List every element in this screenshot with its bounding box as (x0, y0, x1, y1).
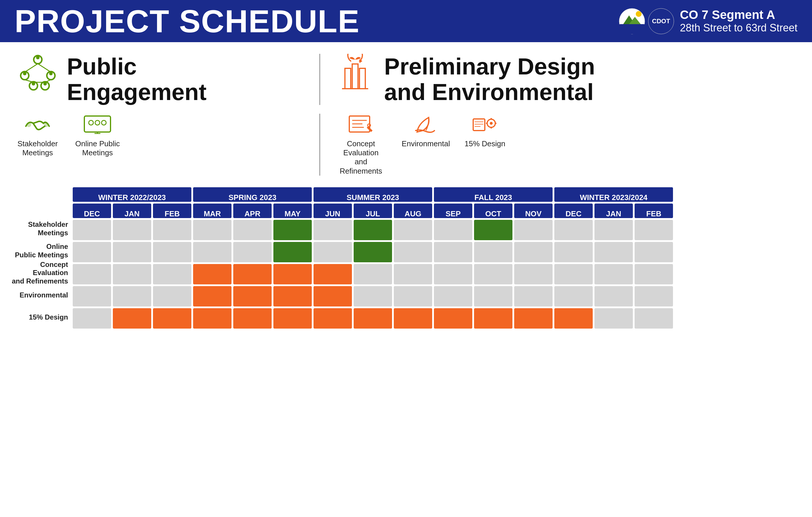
month-header: JAN (594, 204, 633, 218)
schedule-cell (233, 220, 272, 240)
schedule-cell (594, 242, 633, 262)
stakeholder-meetings-label: StakeholderMeetings (18, 139, 58, 157)
public-engagement-section: Public Engagement (18, 54, 320, 105)
building-design-icon (335, 54, 375, 92)
schedule-cell (554, 220, 593, 240)
blueprint-icon (346, 114, 375, 137)
svg-point-12 (49, 72, 53, 75)
month-header: MAR (193, 204, 232, 218)
schedule-cell (354, 242, 392, 262)
right-icons: Concept Evaluationand Refinements Enviro… (320, 114, 794, 176)
schedule-cell (514, 286, 553, 307)
table-row (73, 308, 803, 328)
schedule-cell (113, 286, 151, 307)
schedule-cell (594, 220, 633, 240)
icons-row: StakeholderMeetings Online PublicMeeting… (0, 111, 812, 184)
svg-point-27 (26, 122, 31, 127)
svg-rect-1 (619, 24, 645, 34)
month-header: NOV (514, 204, 553, 218)
season-header: SUMMER 2023 (314, 187, 432, 202)
svg-point-4 (636, 11, 642, 17)
header-right: CDOT CO 7 Segment A 28th Street to 63rd … (619, 8, 798, 34)
row-label: OnlinePublic Meetings (9, 241, 73, 261)
schedule-cell (273, 308, 312, 328)
schedule-cell (434, 242, 472, 262)
svg-rect-40 (473, 119, 485, 131)
environmental-label: Environmental (402, 139, 450, 148)
schedule-cell (594, 286, 633, 307)
row-label: 15% Design (9, 307, 73, 327)
svg-point-32 (102, 120, 106, 125)
schedule-cell (554, 308, 593, 328)
concept-eval-label: Concept Evaluationand Refinements (335, 139, 387, 176)
leaf-hand-icon (411, 114, 440, 137)
svg-point-28 (44, 122, 49, 127)
schedule-cell (153, 242, 192, 262)
season-header: FALL 2023 (434, 187, 553, 202)
gears-design-icon (470, 114, 499, 137)
month-header: FEB (153, 204, 192, 218)
co-logo-icon (619, 8, 645, 34)
schedule-cell (314, 308, 352, 328)
schedule-cell (394, 220, 432, 240)
schedule-cell (474, 220, 513, 240)
schedule-cell (73, 308, 111, 328)
project-info: CO 7 Segment A 28th Street to 63rd Stree… (680, 8, 798, 34)
schedule-cell (635, 264, 673, 284)
schedule-cell (554, 286, 593, 307)
schedule-cell (474, 264, 513, 284)
schedule-cell (193, 242, 232, 262)
schedule-cell (434, 220, 472, 240)
row-label: Environmental (9, 285, 73, 305)
schedule-cell (273, 242, 312, 262)
schedule-cell (354, 264, 392, 284)
table-row (73, 264, 803, 284)
left-icons: StakeholderMeetings Online PublicMeeting… (18, 114, 320, 176)
schedule-cell (554, 264, 593, 284)
schedule-cell (314, 242, 352, 262)
schedule-cell (474, 308, 513, 328)
schedule-cell (514, 242, 553, 262)
handshake-icon (23, 114, 52, 137)
month-header: AUG (394, 204, 432, 218)
svg-line-17 (25, 64, 38, 72)
month-header: JUL (354, 204, 392, 218)
sections-row: Public Engagement Preliminary Design (0, 42, 812, 111)
schedule-cell (193, 264, 232, 284)
schedule-cell (594, 308, 633, 328)
row-label: StakeholderMeetings (9, 219, 73, 239)
schedule-cell (554, 242, 593, 262)
month-header: OCT (474, 204, 513, 218)
table-row (73, 220, 803, 240)
stakeholder-meetings-icon-item: StakeholderMeetings (18, 114, 58, 157)
schedule-cell (514, 308, 553, 328)
svg-point-10 (23, 72, 26, 75)
header: PROJECT SCHEDULE CDOT CO 7 Segment A 28 (0, 0, 812, 42)
public-engagement-title: Public Engagement (67, 54, 206, 105)
season-headers-row: WINTER 2022/2023SPRING 2023SUMMER 2023FA… (73, 187, 803, 202)
row-labels: StakeholderMeetingsOnlinePublic Meetings… (9, 187, 73, 328)
svg-rect-24 (359, 68, 365, 89)
schedule-cell (635, 286, 673, 307)
schedule-cell (273, 220, 312, 240)
season-header: WINTER 2023/2024 (554, 187, 673, 202)
svg-point-8 (36, 56, 39, 59)
schedule-cell (474, 242, 513, 262)
schedule-cell (233, 286, 272, 307)
schedule-cell (113, 242, 151, 262)
schedule-cell (354, 220, 392, 240)
project-name: CO 7 Segment A (680, 8, 798, 22)
schedule-cell (233, 242, 272, 262)
schedule-cell (635, 220, 673, 240)
data-rows (73, 220, 803, 328)
people-network-icon (18, 54, 58, 92)
svg-line-20 (45, 80, 51, 82)
svg-point-45 (490, 122, 493, 125)
schedule-cell (354, 308, 392, 328)
svg-rect-29 (84, 116, 111, 132)
schedule-cell (153, 264, 192, 284)
season-header: WINTER 2022/2023 (73, 187, 192, 202)
schedule-cell (314, 286, 352, 307)
month-header: FEB (635, 204, 673, 218)
schedule-cell (394, 264, 432, 284)
